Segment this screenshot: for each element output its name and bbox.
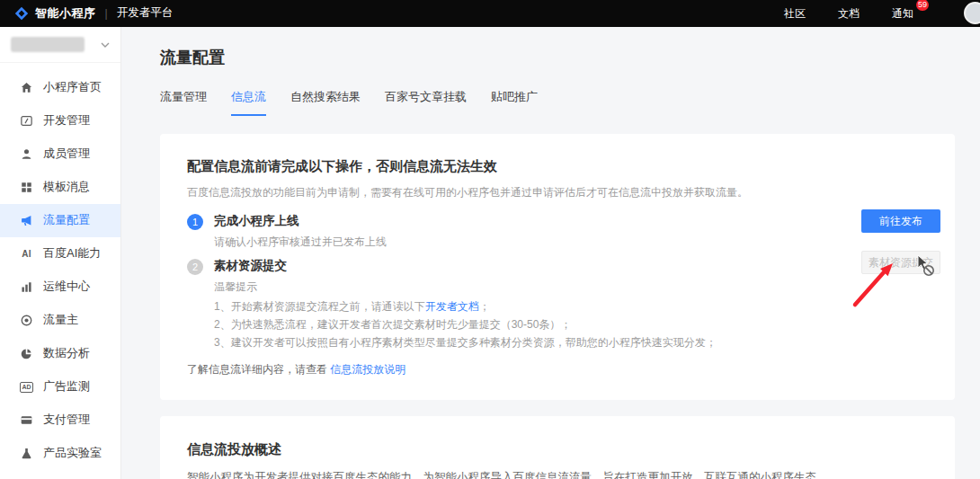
- sidebar-item-traffic-config[interactable]: 流量配置: [0, 204, 120, 237]
- members-icon: [20, 147, 33, 161]
- step-1-number: 1: [187, 214, 203, 230]
- footer-text: 了解信息流详细内容，请查看: [187, 363, 330, 376]
- dev-manage-icon: [20, 114, 33, 128]
- traffic-config-icon: [20, 214, 33, 227]
- sidebar-item-label: 广告监测: [43, 378, 90, 395]
- ad-glyph: AD: [20, 382, 33, 393]
- nav-docs-link[interactable]: 文档: [838, 6, 860, 22]
- page-title: 流量配置: [160, 47, 955, 69]
- step-1-title: 完成小程序上线: [214, 213, 387, 230]
- tip-item: 3、建议开发者可以按照自有小程序素材类型尽量提交多种素材分类资源，帮助您的小程序…: [214, 333, 717, 351]
- sidebar-item-payment[interactable]: 支付管理: [0, 404, 120, 437]
- topbar-nav: 社区 文档 通知 59: [784, 6, 913, 22]
- brand[interactable]: 智能小程序 | 开发者平台: [14, 5, 173, 22]
- sidebar-item-label: 数据分析: [43, 345, 90, 361]
- brand-name: 智能小程序: [35, 5, 96, 22]
- app-selector[interactable]: [0, 27, 120, 63]
- tip-item: 2、为快速熟悉流程，建议开发者首次提交素材时先少量提交（30-50条）；: [214, 315, 717, 333]
- feed-delivery-doc-link[interactable]: 信息流投放说明: [330, 363, 405, 376]
- sidebar-item-label: 成员管理: [43, 146, 90, 162]
- chevron-down-icon: [101, 42, 110, 48]
- sidebar-item-label: 支付管理: [43, 412, 90, 428]
- app-name-redacted: [11, 37, 85, 52]
- step-2-title: 素材资源提交: [214, 258, 717, 275]
- tip-text: 1、开始素材资源提交流程之前，请通读以下: [214, 300, 425, 313]
- setup-card-subtitle: 百度信息流投放的功能目前为申请制，需要有在线可用的小程序包并通过申请评估后才可在…: [187, 185, 928, 200]
- ad-monitor-icon: AD: [20, 380, 33, 394]
- tip-heading: 温馨提示: [214, 279, 717, 295]
- overview-title: 信息流投放概述: [187, 439, 928, 458]
- tip-text: 2、为快速熟悉流程，建议开发者首次提交素材时先少量提交（30-50条）；: [214, 318, 571, 331]
- tip-text: 3、建议开发者可以按照自有小程序素材类型尽量提交多种素材分类资源，帮助您的小程序…: [214, 336, 717, 349]
- step-1-desc: 请确认小程序审核通过并已发布上线: [214, 235, 387, 250]
- sidebar-item-dev-manage[interactable]: 开发管理: [0, 104, 120, 137]
- nav-notifications-label: 通知: [892, 7, 913, 20]
- tab-baijiahao-article-mount[interactable]: 百家号文章挂载: [385, 89, 467, 116]
- sidebar-item-label: 运维中心: [43, 279, 90, 295]
- home-icon: [20, 81, 33, 94]
- sidebar-item-data-analytics[interactable]: 数据分析: [0, 337, 120, 370]
- tips-list: 1、开始素材资源提交流程之前，请通读以下开发者文档； 2、为快速熟悉流程，建议开…: [214, 297, 717, 351]
- payment-icon: [20, 413, 33, 427]
- tip-item: 1、开始素材资源提交流程之前，请通读以下开发者文档；: [214, 297, 717, 315]
- tab-traffic-management[interactable]: 流量管理: [160, 89, 207, 116]
- sidebar-item-label: 流量主: [43, 312, 78, 328]
- steps: 1 完成小程序上线 请确认小程序审核通过并已发布上线 2 素材资源提交 温馨提示…: [187, 213, 928, 350]
- baidu-smart-program-logo-icon: [14, 6, 29, 21]
- sidebar-item-product-lab[interactable]: 产品实验室: [0, 437, 120, 470]
- nav-notifications-link[interactable]: 通知 59: [892, 6, 913, 22]
- step-publish: 1 完成小程序上线 请确认小程序审核通过并已发布上线: [187, 213, 928, 250]
- sidebar-item-label: 产品实验室: [43, 445, 102, 461]
- sidebar-item-baidu-ai[interactable]: AI 百度AI能力: [0, 237, 120, 271]
- tip-text: ；: [479, 300, 490, 313]
- overview-card: 信息流投放概述 智能小程序为开发者提供对接百度生态的能力，为智能小程序导入百度信…: [160, 416, 955, 479]
- sidebar-item-template-message[interactable]: 模板消息: [0, 171, 120, 204]
- setup-card-title: 配置信息流前请完成以下操作，否则信息流无法生效: [187, 156, 928, 175]
- sidebar-item-label: 开发管理: [43, 112, 90, 129]
- tab-tieba-promotion[interactable]: 贴吧推广: [491, 89, 538, 116]
- sidebar: 小程序首页 开发管理 成员管理 模板消息 流量配置: [0, 27, 121, 479]
- developer-docs-link[interactable]: 开发者文档: [425, 300, 479, 313]
- setup-card-footer: 了解信息流详细内容，请查看 信息流投放说明: [187, 362, 928, 377]
- ai-icon: AI: [20, 247, 33, 261]
- sidebar-item-home[interactable]: 小程序首页: [0, 71, 120, 104]
- tab-bar: 流量管理 信息流 自然搜索结果 百家号文章挂载 贴吧推广: [160, 89, 955, 116]
- sidebar-item-label: 模板消息: [43, 179, 90, 195]
- platform-title: 开发者平台: [117, 5, 174, 22]
- sidebar-item-label: 百度AI能力: [43, 245, 101, 262]
- sidebar-menu: 小程序首页 开发管理 成员管理 模板消息 流量配置: [0, 63, 120, 470]
- overview-paragraph: 智能小程序为开发者提供对接百度生态的能力，为智能小程序导入百度信息流流量，旨在打…: [187, 470, 928, 479]
- sidebar-item-label: 小程序首页: [43, 79, 102, 95]
- step-2-number: 2: [187, 259, 203, 275]
- user-avatar[interactable]: [964, 2, 980, 24]
- material-submit-button[interactable]: 素材资源提交: [861, 251, 940, 274]
- notification-badge: 59: [916, 0, 929, 11]
- topbar: 智能小程序 | 开发者平台 社区 文档 通知 59: [0, 0, 980, 27]
- setup-card: 配置信息流前请完成以下操作，否则信息流无法生效 百度信息流投放的功能目前为申请制…: [160, 134, 955, 400]
- traffic-owner-icon: [20, 314, 33, 327]
- nav-community-link[interactable]: 社区: [784, 6, 806, 22]
- main-content: 流量配置 流量管理 信息流 自然搜索结果 百家号文章挂载 贴吧推广 配置信息流前…: [121, 27, 980, 479]
- sidebar-item-members[interactable]: 成员管理: [0, 137, 120, 171]
- brand-divider: |: [105, 6, 108, 22]
- sidebar-item-traffic-owner[interactable]: 流量主: [0, 304, 120, 337]
- sidebar-item-ad-monitor[interactable]: AD 广告监测: [0, 370, 120, 404]
- step-material-submit: 2 素材资源提交 温馨提示 1、开始素材资源提交流程之前，请通读以下开发者文档；…: [187, 258, 928, 351]
- ops-center-icon: [20, 280, 33, 294]
- data-analytics-icon: [20, 347, 33, 360]
- go-publish-button[interactable]: 前往发布: [861, 209, 940, 233]
- tab-natural-search-results[interactable]: 自然搜索结果: [290, 89, 361, 116]
- product-lab-icon: [20, 447, 33, 460]
- sidebar-item-label: 流量配置: [43, 212, 90, 228]
- sidebar-item-ops-center[interactable]: 运维中心: [0, 271, 120, 304]
- tab-information-flow[interactable]: 信息流: [231, 89, 266, 116]
- template-message-icon: [20, 181, 33, 194]
